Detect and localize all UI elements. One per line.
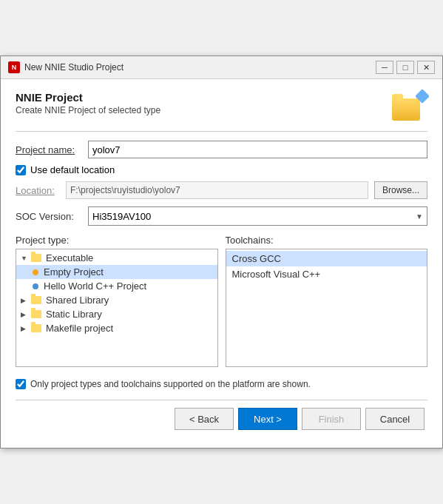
tree-item-executable[interactable]: ▼ Executable: [16, 251, 217, 265]
toolchains-label: Toolchains:: [226, 235, 428, 246]
project-type-panel[interactable]: ▼ Executable Empty Project Hello World C…: [16, 249, 218, 367]
toolchains-container: Toolchains: Cross GCC Microsoft Visual C…: [226, 235, 428, 367]
soc-select[interactable]: Hi3519AV100: [88, 206, 427, 226]
footer-separator: [16, 400, 427, 400]
default-location-checkbox[interactable]: [16, 165, 26, 175]
tree-arrow-makefile: ▶: [21, 325, 28, 332]
toolchains-panel[interactable]: Cross GCC Microsoft Visual C++: [226, 249, 428, 367]
tree-arrow-executable: ▼: [21, 255, 28, 262]
tree-arrow-static-library: ▶: [21, 311, 28, 318]
tree-label-shared-library: Shared Library: [46, 295, 109, 306]
tree-item-shared-library[interactable]: ▶ Shared Library: [16, 293, 217, 307]
dot-icon-hello-world: [33, 283, 38, 289]
notice-text: Only project types and toolchains suppor…: [30, 379, 311, 389]
folder-icon-makefile: [31, 324, 41, 332]
soc-label: SOC Version:: [16, 211, 82, 222]
notice-row: Only project types and toolchains suppor…: [16, 374, 427, 394]
footer-buttons: < Back Next > Finish Cancel: [16, 408, 427, 436]
folder-icon-static-library: [31, 310, 41, 318]
header-text: NNIE Project Create NNIE Project of sele…: [16, 91, 160, 115]
title-bar-controls: ─ □ ✕: [376, 61, 435, 74]
tree-label-makefile: Makefile project: [46, 323, 113, 334]
location-row: Location: Browse...: [16, 181, 427, 199]
soc-row: SOC Version: Hi3519AV100 ▼: [16, 206, 427, 226]
page-subtitle: Create NNIE Project of selected type: [16, 105, 160, 115]
title-bar: N New NNIE Studio Project ─ □ ✕: [1, 56, 442, 79]
tree-label-hello-world: Hello World C++ Project: [44, 280, 146, 292]
page-title: NNIE Project: [16, 91, 160, 104]
next-button[interactable]: Next >: [238, 408, 297, 430]
tree-item-static-library[interactable]: ▶ Static Library: [16, 307, 217, 321]
back-button[interactable]: < Back: [175, 408, 234, 430]
browse-button[interactable]: Browse...: [374, 181, 427, 199]
title-bar-left: N New NNIE Studio Project: [8, 61, 124, 73]
tree-item-empty-project[interactable]: Empty Project: [16, 265, 217, 279]
toolchain-item-msvc[interactable]: Microsoft Visual C++: [226, 266, 427, 282]
finish-button[interactable]: Finish: [302, 408, 361, 430]
tree-label-executable: Executable: [46, 252, 93, 263]
project-type-label: Project type:: [16, 235, 218, 246]
soc-select-wrapper: Hi3519AV100 ▼: [88, 206, 427, 226]
minimize-button[interactable]: ─: [376, 61, 393, 74]
tree-item-makefile[interactable]: ▶ Makefile project: [16, 321, 217, 335]
toolchain-label-msvc: Microsoft Visual C++: [232, 269, 321, 280]
window-title: New NNIE Studio Project: [24, 62, 124, 73]
tree-label-empty-project: Empty Project: [44, 266, 104, 278]
header-icon: [392, 91, 427, 121]
page-header: NNIE Project Create NNIE Project of sele…: [16, 91, 427, 121]
main-window: N New NNIE Studio Project ─ □ ✕ NNIE Pro…: [0, 56, 443, 448]
tree-arrow-shared-library: ▶: [21, 297, 28, 304]
toolchain-item-cross-gcc[interactable]: Cross GCC: [226, 251, 427, 266]
folder-icon-shared-library: [31, 296, 41, 304]
toolchain-label-cross-gcc: Cross GCC: [232, 253, 281, 264]
folder-icon-executable: [31, 254, 41, 262]
close-button[interactable]: ✕: [417, 61, 435, 74]
tree-label-static-library: Static Library: [46, 309, 102, 320]
tree-item-hello-world[interactable]: Hello World C++ Project: [16, 279, 217, 293]
project-name-input[interactable]: [88, 141, 427, 158]
project-type-container: Project type: ▼ Executable Empty Project…: [16, 235, 218, 367]
app-icon: N: [8, 61, 20, 73]
dialog-content: NNIE Project Create NNIE Project of sele…: [1, 79, 442, 448]
cancel-button[interactable]: Cancel: [365, 408, 425, 430]
project-name-label: Project name:: [16, 144, 82, 155]
default-location-label: Use default location: [30, 164, 115, 175]
default-location-row: Use default location: [16, 164, 427, 175]
location-input[interactable]: [66, 181, 368, 199]
project-name-row: Project name:: [16, 141, 427, 158]
header-separator: [16, 131, 427, 132]
project-toolchains-section: Project type: ▼ Executable Empty Project…: [16, 235, 427, 367]
maximize-button[interactable]: □: [396, 61, 414, 74]
notice-checkbox[interactable]: [16, 379, 26, 389]
folder-icon: [392, 98, 420, 121]
dot-icon-empty-project: [33, 269, 38, 275]
location-label: Location:: [16, 185, 60, 196]
